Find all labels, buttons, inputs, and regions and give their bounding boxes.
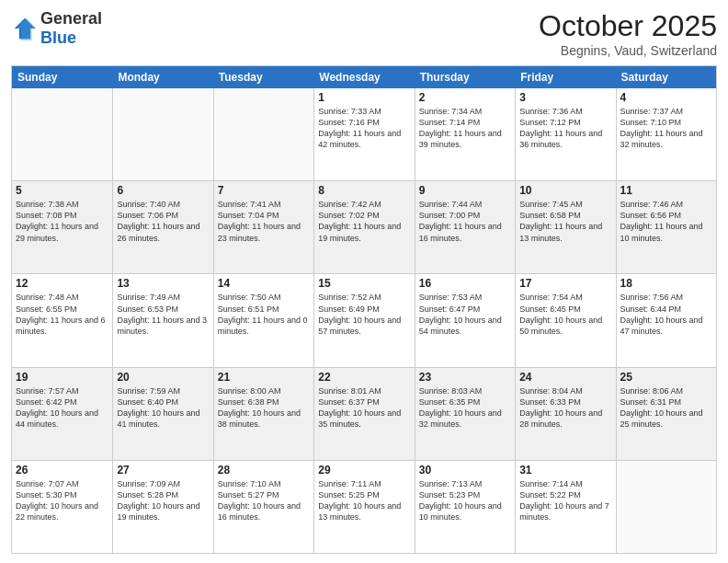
- cell-info: Sunrise: 7:36 AMSunset: 7:12 PMDaylight:…: [519, 106, 611, 151]
- day-number: 17: [519, 277, 611, 290]
- day-number: 3: [519, 91, 611, 104]
- table-row: 31Sunrise: 7:14 AMSunset: 5:22 PMDayligh…: [515, 461, 615, 553]
- cell-info: Sunrise: 8:03 AMSunset: 6:35 PMDaylight:…: [419, 385, 511, 431]
- logo-icon: [11, 15, 39, 42]
- table-row: 23Sunrise: 8:03 AMSunset: 6:35 PMDayligh…: [415, 368, 515, 460]
- cell-info: Sunrise: 7:53 AMSunset: 6:47 PMDaylight:…: [419, 292, 511, 337]
- table-row: 30Sunrise: 7:13 AMSunset: 5:23 PMDayligh…: [415, 461, 515, 553]
- cell-info: Sunrise: 7:13 AMSunset: 5:23 PMDaylight:…: [419, 478, 511, 523]
- day-number: 27: [117, 464, 209, 477]
- cell-info: Sunrise: 7:09 AMSunset: 5:28 PMDaylight:…: [117, 478, 209, 523]
- table-row: 1Sunrise: 7:33 AMSunset: 7:16 PMDaylight…: [313, 88, 414, 180]
- table-row: 22Sunrise: 8:01 AMSunset: 6:37 PMDayligh…: [313, 368, 414, 460]
- table-row: 26Sunrise: 7:07 AMSunset: 5:30 PMDayligh…: [12, 461, 112, 553]
- table-row: 2Sunrise: 7:34 AMSunset: 7:14 PMDaylight…: [415, 88, 515, 180]
- cell-info: Sunrise: 8:00 AMSunset: 6:38 PMDaylight:…: [218, 385, 310, 431]
- cell-info: Sunrise: 7:48 AMSunset: 6:55 PMDaylight:…: [16, 292, 108, 337]
- logo-general-text: General: [40, 9, 102, 28]
- table-row: 16Sunrise: 7:53 AMSunset: 6:47 PMDayligh…: [415, 274, 515, 366]
- calendar-container: General Blue October 2025 Begnins, Vaud,…: [0, 0, 728, 563]
- table-row: [112, 88, 212, 180]
- day-number: 6: [117, 184, 209, 197]
- calendar-row-2: 12Sunrise: 7:48 AMSunset: 6:55 PMDayligh…: [12, 273, 716, 366]
- location: Begnins, Vaud, Switzerland: [539, 43, 717, 58]
- cell-info: Sunrise: 7:45 AMSunset: 6:58 PMDaylight:…: [519, 199, 611, 244]
- table-row: 20Sunrise: 7:59 AMSunset: 6:40 PMDayligh…: [112, 368, 212, 460]
- title-block: October 2025 Begnins, Vaud, Switzerland: [539, 9, 717, 58]
- header: General Blue October 2025 Begnins, Vaud,…: [11, 9, 717, 58]
- table-row: 8Sunrise: 7:42 AMSunset: 7:02 PMDaylight…: [313, 181, 414, 273]
- cell-info: Sunrise: 7:14 AMSunset: 5:22 PMDaylight:…: [519, 478, 611, 523]
- calendar-row-1: 5Sunrise: 7:38 AMSunset: 7:08 PMDaylight…: [12, 180, 716, 273]
- cell-info: Sunrise: 7:38 AMSunset: 7:08 PMDaylight:…: [16, 199, 108, 244]
- logo-blue-text: Blue: [40, 29, 76, 47]
- header-day-tuesday: Tuesday: [213, 66, 313, 88]
- cell-info: Sunrise: 7:46 AMSunset: 6:56 PMDaylight:…: [620, 199, 712, 244]
- day-number: 29: [318, 464, 410, 477]
- day-number: 13: [117, 277, 209, 290]
- table-row: 24Sunrise: 8:04 AMSunset: 6:33 PMDayligh…: [515, 368, 615, 460]
- day-number: 8: [318, 184, 410, 197]
- cell-info: Sunrise: 7:44 AMSunset: 7:00 PMDaylight:…: [419, 199, 511, 244]
- cell-info: Sunrise: 7:59 AMSunset: 6:40 PMDaylight:…: [117, 385, 209, 431]
- day-number: 31: [519, 464, 611, 477]
- day-number: 1: [318, 91, 410, 104]
- header-day-wednesday: Wednesday: [313, 66, 414, 88]
- header-day-thursday: Thursday: [415, 66, 515, 88]
- cell-info: Sunrise: 7:54 AMSunset: 6:45 PMDaylight:…: [519, 292, 611, 337]
- cell-info: Sunrise: 7:50 AMSunset: 6:51 PMDaylight:…: [218, 292, 310, 337]
- table-row: [213, 88, 313, 180]
- cell-info: Sunrise: 7:40 AMSunset: 7:06 PMDaylight:…: [117, 199, 209, 244]
- month-title: October 2025: [539, 9, 717, 43]
- table-row: 27Sunrise: 7:09 AMSunset: 5:28 PMDayligh…: [112, 461, 212, 553]
- table-row: 5Sunrise: 7:38 AMSunset: 7:08 PMDaylight…: [12, 181, 112, 273]
- calendar-row-0: 1Sunrise: 7:33 AMSunset: 7:16 PMDaylight…: [12, 88, 716, 180]
- table-row: 3Sunrise: 7:36 AMSunset: 7:12 PMDaylight…: [515, 88, 615, 180]
- cell-info: Sunrise: 7:56 AMSunset: 6:44 PMDaylight:…: [620, 292, 712, 337]
- day-number: 18: [620, 277, 712, 290]
- day-number: 5: [16, 184, 108, 197]
- table-row: 6Sunrise: 7:40 AMSunset: 7:06 PMDaylight…: [112, 181, 212, 273]
- day-number: 23: [419, 371, 511, 384]
- day-number: 12: [16, 277, 108, 290]
- header-day-friday: Friday: [515, 66, 615, 88]
- day-number: 25: [620, 371, 712, 384]
- table-row: 28Sunrise: 7:10 AMSunset: 5:27 PMDayligh…: [213, 461, 313, 553]
- cell-info: Sunrise: 7:41 AMSunset: 7:04 PMDaylight:…: [218, 199, 310, 244]
- table-row: 14Sunrise: 7:50 AMSunset: 6:51 PMDayligh…: [213, 274, 313, 366]
- cell-info: Sunrise: 7:49 AMSunset: 6:53 PMDaylight:…: [117, 292, 209, 337]
- table-row: 15Sunrise: 7:52 AMSunset: 6:49 PMDayligh…: [313, 274, 414, 366]
- cell-info: Sunrise: 7:57 AMSunset: 6:42 PMDaylight:…: [16, 385, 108, 431]
- logo: General Blue: [11, 9, 102, 48]
- table-row: 13Sunrise: 7:49 AMSunset: 6:53 PMDayligh…: [112, 274, 212, 366]
- header-day-saturday: Saturday: [616, 66, 716, 88]
- table-row: 9Sunrise: 7:44 AMSunset: 7:00 PMDaylight…: [415, 181, 515, 273]
- day-number: 28: [218, 464, 310, 477]
- cell-info: Sunrise: 7:52 AMSunset: 6:49 PMDaylight:…: [318, 292, 410, 337]
- cell-info: Sunrise: 7:34 AMSunset: 7:14 PMDaylight:…: [419, 106, 511, 151]
- cell-info: Sunrise: 7:11 AMSunset: 5:25 PMDaylight:…: [318, 478, 410, 523]
- calendar-row-3: 19Sunrise: 7:57 AMSunset: 6:42 PMDayligh…: [12, 367, 716, 460]
- day-number: 9: [419, 184, 511, 197]
- table-row: 18Sunrise: 7:56 AMSunset: 6:44 PMDayligh…: [616, 274, 716, 366]
- table-row: 25Sunrise: 8:06 AMSunset: 6:31 PMDayligh…: [616, 368, 716, 460]
- calendar: SundayMondayTuesdayWednesdayThursdayFrid…: [11, 65, 717, 554]
- day-number: 10: [519, 184, 611, 197]
- table-row: [12, 88, 112, 180]
- cell-info: Sunrise: 8:01 AMSunset: 6:37 PMDaylight:…: [318, 385, 410, 431]
- day-number: 24: [519, 371, 611, 384]
- day-number: 26: [16, 464, 108, 477]
- day-number: 22: [318, 371, 410, 384]
- table-row: 19Sunrise: 7:57 AMSunset: 6:42 PMDayligh…: [12, 368, 112, 460]
- table-row: 12Sunrise: 7:48 AMSunset: 6:55 PMDayligh…: [12, 274, 112, 366]
- table-row: [616, 461, 716, 553]
- cell-info: Sunrise: 7:10 AMSunset: 5:27 PMDaylight:…: [218, 478, 310, 523]
- calendar-row-4: 26Sunrise: 7:07 AMSunset: 5:30 PMDayligh…: [12, 460, 716, 553]
- cell-info: Sunrise: 8:06 AMSunset: 6:31 PMDaylight:…: [620, 385, 712, 431]
- day-number: 21: [218, 371, 310, 384]
- day-number: 4: [620, 91, 712, 104]
- day-number: 15: [318, 277, 410, 290]
- cell-info: Sunrise: 7:07 AMSunset: 5:30 PMDaylight:…: [16, 478, 108, 523]
- table-row: 17Sunrise: 7:54 AMSunset: 6:45 PMDayligh…: [515, 274, 615, 366]
- table-row: 7Sunrise: 7:41 AMSunset: 7:04 PMDaylight…: [213, 181, 313, 273]
